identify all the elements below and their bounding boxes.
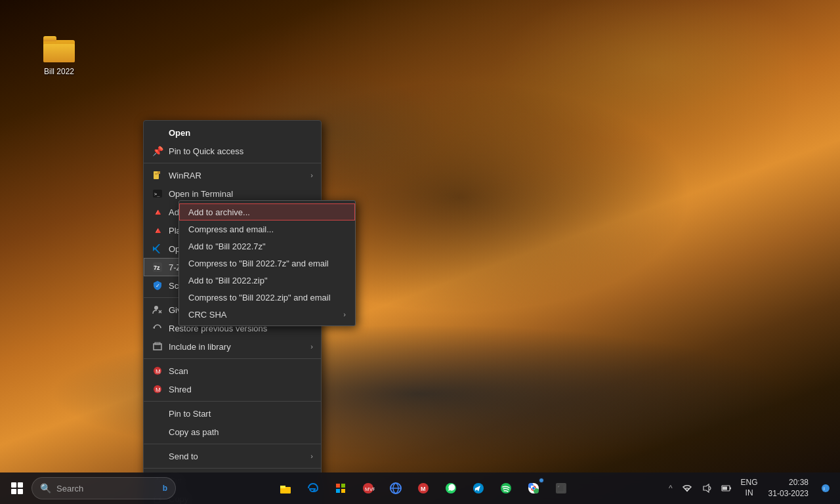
svg-rect-1 [158,171,160,174]
context-menu-item-open[interactable]: Open [144,123,321,142]
taskbar-app-telegram[interactable] [465,475,492,501]
copy-path-icon [152,426,163,438]
context-menu-label-winrar: WinRAR [169,171,201,180]
send-to-arrow: › [310,452,313,460]
search-icon: 🔍 [40,483,51,494]
context-menu-item-pin-start[interactable]: Pin to Start [144,404,321,423]
tray-language-label: ENG [741,478,758,488]
submenu-label-compress-zip-email: Compress to "Bill 2022.zip" and email [188,293,331,303]
svg-rect-23 [280,486,285,488]
defender-icon: ✓ [152,280,163,291]
context-menu-item-shred[interactable]: M Shred [144,380,321,398]
submenu-item-compress-email[interactable]: Compress and email... [179,220,355,238]
context-menu-item-copy-path[interactable]: Copy as path [144,423,321,441]
winrar-arrow: › [310,171,313,179]
include-library-icon [152,341,163,352]
taskbar-app-whatsapp[interactable] [438,475,464,501]
context-menu-label-include-library: Include in library [169,342,231,352]
terminal-icon: >_ [152,188,163,200]
context-menu-item-scan[interactable]: M Scan [144,362,321,380]
context-menu-item-pin-quick-access[interactable]: 📌 Pin to Quick access [144,142,321,160]
context-menu-item-send-to[interactable]: Send to › [144,447,321,465]
tray-clock[interactable]: 20:38 31-03-2023 [763,477,814,499]
submenu-item-compress-zip-email[interactable]: Compress to "Bill 2022.zip" and email [179,289,355,306]
svg-text:>_: >_ [154,192,160,197]
svg-point-8 [154,306,158,310]
start-button[interactable] [5,476,29,500]
system-tray: ^ [666,477,835,499]
search-text: Search [56,484,83,494]
taskbar: 🔍 Search b [0,472,840,504]
separator-1 [144,163,321,163]
shred-icon: M [152,383,163,395]
scan-icon: M [152,365,163,377]
give-access-icon [152,304,163,316]
svg-text:7z: 7z [154,264,160,271]
context-menu-label-shred: Shred [169,385,192,394]
tray-time: 20:38 [768,477,808,488]
context-menu-label-open: Open [169,128,190,138]
context-menu-item-include-library[interactable]: Include in library › [144,337,321,356]
windows-logo [11,482,23,494]
svg-text:⬛: ⬛ [557,485,565,493]
tray-icon-volume[interactable] [698,479,716,497]
taskbar-app-browser2[interactable] [383,475,409,501]
context-menu-label-scan: Scan [169,366,188,376]
submenu-item-add-archive[interactable]: Add to archive... [179,203,355,220]
context-menu-label-pin-quick-access: Pin to Quick access [169,146,243,156]
tray-icon-network[interactable] [678,479,696,497]
taskbar-app-malwarebytes[interactable]: M [410,475,436,501]
pin-start-icon [152,408,163,419]
submenu-label-add-archive: Add to archive... [188,207,250,217]
taskbar-app-mvp[interactable]: MVP [355,475,381,501]
taskbar-apps: MVP M [181,475,666,501]
vscode-icon [152,243,163,255]
svg-text:M: M [421,486,426,492]
submenu-label-add-7z: Add to "Bill 2022.7z" [188,242,266,251]
svg-text:M: M [156,368,161,375]
context-menu-label-terminal: Open in Terminal [169,189,233,199]
svg-text:M: M [156,387,161,393]
svg-rect-45 [730,488,731,490]
separator-4 [144,401,321,402]
separator-5 [144,444,321,444]
submenu-item-crc-sha[interactable]: CRC SHA › [179,306,355,323]
tray-notification-button[interactable]: i [816,479,835,497]
svg-text:MVP: MVP [365,486,375,492]
7zip-icon: 7z [152,261,163,273]
submenu-label-compress-7z-email: Compress to "Bill 2022.7z" and email [188,259,329,268]
tray-language[interactable]: ENG IN [738,478,761,498]
svg-text:i: i [824,486,825,492]
taskbar-app-store[interactable] [327,475,354,501]
context-menu-label-send-to: Send to [169,452,198,461]
tray-expand-button[interactable]: ^ [666,481,675,495]
taskbar-app-app11[interactable]: ⬛ [548,475,574,501]
open-icon [152,127,163,138]
svg-text:✓: ✓ [156,283,160,289]
svg-rect-46 [723,487,727,490]
taskbar-app-edge[interactable] [300,475,326,501]
library-arrow: › [310,343,313,350]
svg-rect-25 [341,484,345,488]
separator-3 [144,358,321,359]
tray-icon-battery[interactable] [717,479,736,497]
submenu-item-add-7z[interactable]: Add to "Bill 2022.7z" [179,238,355,255]
chrome-notification-badge [539,478,544,483]
context-menu-item-winrar[interactable]: WinRAR › [144,166,321,184]
taskbar-app-spotify[interactable] [493,475,519,501]
svg-rect-24 [336,484,340,488]
desktop: Bill 2022 Open 📌 Pin to Quick access Win… [0,0,840,504]
submenu-label-add-zip: Add to "Bill 2022.zip" [188,276,268,285]
search-bar[interactable]: 🔍 Search b [32,477,176,499]
submenu-item-add-zip[interactable]: Add to "Bill 2022.zip" [179,272,355,289]
taskbar-app-chrome[interactable] [520,475,547,501]
submenu-item-compress-7z-email[interactable]: Compress to "Bill 2022.7z" and email [179,255,355,272]
desktop-icon-bill2022[interactable]: Bill 2022 [33,36,85,77]
send-to-icon [152,450,163,462]
taskbar-app-file-explorer[interactable] [272,475,299,501]
bing-icon: b [163,484,167,493]
svg-point-42 [686,490,687,492]
svg-point-47 [822,484,830,492]
submenu-7zip: Add to archive... Compress and email... … [178,200,356,326]
svg-marker-43 [704,484,709,492]
